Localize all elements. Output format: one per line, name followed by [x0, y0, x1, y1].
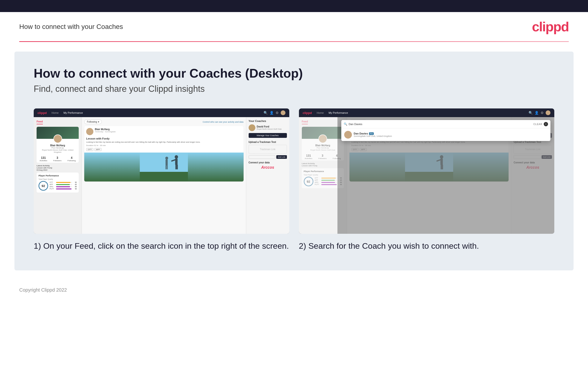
svg-rect-1	[140, 172, 188, 182]
result-avatar	[344, 131, 352, 138]
main-subtitle: Find, connect and share your Clippd insi…	[34, 84, 554, 94]
settings-icon[interactable]: ⚙	[276, 111, 279, 115]
app-nav-right: clippd Home My Performance 🔍 👤 ⚙	[299, 109, 554, 117]
caption-text-right: 2) Search for the Coach you wish to conn…	[299, 240, 554, 251]
trackman-input-row: Add Link	[249, 155, 287, 159]
svg-rect-8	[166, 159, 168, 166]
coaches-panel: Your Coaches David Ford Royal North Devo…	[246, 117, 289, 234]
svg-rect-6	[177, 165, 178, 169]
nav-home-right: Home	[317, 111, 324, 114]
caption-right: 2) Search for the Coach you wish to conn…	[299, 240, 554, 251]
quality-row: 92 OTT90 APP85 ARG86 PUTT96	[38, 181, 77, 191]
app-body: Feed Blair McHarg Plus Handicap Royal No…	[34, 117, 289, 234]
profile-icon[interactable]: 👤	[270, 111, 274, 115]
quality-score: 92	[42, 184, 45, 188]
svg-point-7	[165, 157, 168, 159]
profile-banner	[37, 127, 79, 139]
follow-row: Following ▾ Control who can see your act…	[84, 120, 244, 124]
activity-text: Lesson with Fordy	[37, 167, 79, 169]
avatar-right[interactable]	[546, 110, 551, 115]
nav-icons-right: 🔍 👤 ⚙	[528, 110, 551, 115]
result-club: Sunningdale Golf Club, United Kingdom	[354, 135, 392, 137]
post-text: Looking to feel like my hands are exitin…	[84, 141, 244, 144]
perf-title: Player Performance	[38, 175, 77, 177]
coach-name: David Ford	[257, 125, 282, 128]
page-title: How to connect with your Coaches	[19, 23, 123, 31]
screenshot-left: clippd Home My Performance 🔍 👤 ⚙	[34, 109, 289, 251]
feed-label: Feed	[37, 120, 43, 124]
screenshot-right: clippd Home My Performance 🔍 👤 ⚙	[299, 109, 554, 251]
profile-avatar	[53, 135, 62, 143]
post-header: Blair McHarg Yesterday · Sunningdale	[84, 126, 244, 137]
profile-name: Blair McHarg	[38, 144, 77, 147]
footer: Copyright Clippd 2022	[0, 280, 588, 300]
toggle-ott[interactable]: OTT	[86, 148, 93, 151]
following-button[interactable]: Following ▾	[84, 120, 102, 124]
trackman-placeholder: Trackman Link	[249, 145, 287, 154]
following-count: 4	[68, 156, 76, 159]
coach-item: David Ford Royal North Devon Golf Club	[249, 124, 287, 131]
toggle-buttons: OTT APP	[84, 148, 244, 153]
profile-stats: 131Activities 3Followers 4Following	[37, 155, 79, 163]
header: How to connect with your Coaches clippd	[0, 12, 588, 41]
post-title: Lesson with Fordy	[84, 137, 244, 141]
caption-text-left: 1) On your Feed, click on the search ico…	[34, 240, 289, 251]
trackman-input[interactable]	[249, 155, 276, 159]
quality-circle: 92	[38, 181, 48, 191]
coach-avatar	[249, 124, 255, 131]
result-pro-badge: Pro	[369, 132, 374, 135]
caption-left: 1) On your Feed, click on the search ico…	[34, 240, 289, 251]
quality-bars: OTT90 APP85 ARG86 PUTT96	[50, 182, 77, 190]
activity-date: 03 Aug 2022	[37, 169, 79, 171]
profile-icon-right[interactable]: 👤	[535, 111, 539, 115]
post-duration: Duration 01 hr : 30 min	[84, 144, 244, 148]
nav-icons: 🔍 👤 ⚙	[263, 110, 285, 115]
search-icon-right[interactable]: 🔍	[528, 111, 533, 115]
app-ui-right: clippd Home My Performance 🔍 👤 ⚙	[299, 109, 554, 234]
app-main: Following ▾ Control who can see your act…	[82, 117, 246, 234]
post-date: Yesterday · Sunningdale	[95, 131, 115, 133]
close-icon: ×	[545, 123, 546, 125]
coaches-title: Your Coaches	[249, 120, 287, 122]
screenshots-row: clippd Home My Performance 🔍 👤 ⚙	[34, 109, 554, 251]
search-result[interactable]: Dan Davies Pro Sunningdale Golf Club, Un…	[341, 129, 551, 141]
search-bar: 🔍 Dan Davies CLEAR ×	[341, 120, 551, 129]
performance-section: Player Performance Total Player Quality …	[37, 173, 79, 193]
avatar-icon[interactable]	[281, 110, 285, 115]
svg-rect-0	[140, 153, 188, 172]
left-panel: Feed Blair McHarg Plus Handicap Royal No…	[34, 117, 82, 234]
clear-button[interactable]: CLEAR	[533, 123, 542, 126]
app-nav: clippd Home My Performance 🔍 👤 ⚙	[34, 109, 289, 117]
profile-card: Blair McHarg Plus Handicap Royal North D…	[37, 127, 79, 163]
post-image	[84, 153, 244, 182]
activities-count: 131	[40, 156, 47, 159]
control-link[interactable]: Control who can see your activity and da…	[203, 121, 244, 123]
post-avatar	[86, 128, 93, 135]
app-ui-left: clippd Home My Performance 🔍 👤 ⚙	[34, 109, 289, 234]
main-content: How to connect with your Coaches (Deskto…	[14, 52, 574, 270]
screenshot-frame-right: clippd Home My Performance 🔍 👤 ⚙	[299, 109, 554, 234]
svg-rect-9	[166, 165, 167, 169]
manage-coaches-button[interactable]: Manage Your Coaches	[249, 133, 287, 138]
quality-label: Total Player Quality	[38, 178, 77, 180]
svg-rect-5	[176, 165, 177, 169]
search-input-value[interactable]: Dan Davies	[349, 123, 532, 126]
top-bar	[0, 0, 588, 12]
app-logo-right: clippd	[303, 111, 312, 115]
search-icon[interactable]: 🔍	[263, 111, 268, 115]
svg-point-2	[175, 155, 178, 159]
followers-count: 3	[53, 156, 61, 159]
toggle-app[interactable]: APP	[94, 148, 102, 151]
close-button[interactable]: ×	[544, 122, 548, 126]
add-link-button[interactable]: Add Link	[276, 155, 287, 159]
search-modal: 🔍 Dan Davies CLEAR ×	[341, 120, 551, 141]
post-user: Blair McHarg	[95, 128, 115, 131]
settings-icon-right[interactable]: ⚙	[541, 111, 544, 115]
nav-home: Home	[52, 111, 59, 114]
copyright: Copyright Clippd 2022	[19, 287, 67, 293]
connect-section: Connect your data Arccos	[249, 161, 287, 170]
result-info: Dan Davies Pro Sunningdale Golf Club, Un…	[354, 132, 392, 137]
screenshot-frame-left: clippd Home My Performance 🔍 👤 ⚙	[34, 109, 289, 234]
upload-section: Upload a Trackman Test Trackman Link Add…	[249, 141, 287, 159]
result-name: Dan Davies	[354, 132, 368, 135]
